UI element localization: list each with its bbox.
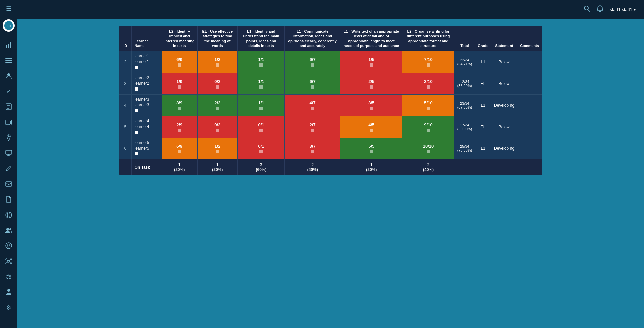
svg-point-22: [6, 228, 9, 231]
user-icon[interactable]: [4, 71, 13, 81]
cell-grade: L1: [475, 138, 491, 159]
cell-statement: Developing: [491, 138, 517, 159]
cell-col4: 2/7: [285, 116, 340, 138]
svg-point-25: [7, 245, 8, 245]
logo-icon[interactable]: ED: [3, 19, 15, 32]
cell-name: learner5learner5: [131, 138, 162, 159]
svg-point-24: [6, 243, 12, 249]
cell-statement: Below: [491, 73, 517, 94]
cell-col6: 2/10: [402, 73, 454, 94]
location-icon[interactable]: [4, 133, 13, 142]
cell-col3: 1/1: [237, 73, 284, 94]
cell-comments: [517, 94, 542, 116]
cell-grade: EL: [475, 73, 491, 94]
monitor-icon[interactable]: [4, 148, 13, 158]
video-icon[interactable]: [4, 118, 13, 127]
svg-rect-6: [5, 60, 12, 61]
footer-col2: 1 (20%): [197, 159, 237, 175]
group-icon[interactable]: [4, 226, 13, 235]
header-total: Total: [454, 26, 475, 51]
settings-icon[interactable]: ⚙: [4, 303, 13, 312]
footer-comments-empty: [517, 159, 542, 175]
cell-total: 22/34 (64.71%): [454, 51, 475, 73]
sidebar: ☰ ED ✓: [0, 0, 17, 328]
logo-area: ED: [3, 19, 15, 32]
svg-point-23: [9, 228, 11, 230]
cell-grade: L1: [475, 94, 491, 116]
notification-icon[interactable]: [597, 5, 603, 14]
network-icon[interactable]: [4, 256, 13, 266]
content-area: ID Learner Name L2 - Identify implicit a…: [17, 19, 644, 328]
grades-table: ID Learner Name L2 - Identify implicit a…: [119, 26, 542, 175]
footer-label: On Task: [131, 159, 162, 175]
table-row: 3learner2learner21/90/21/16/72/52/1012/3…: [119, 73, 542, 94]
svg-rect-9: [6, 104, 11, 110]
cell-col2: 0/2: [197, 116, 237, 138]
list-icon[interactable]: [4, 56, 13, 65]
hamburger-icon[interactable]: ☰: [4, 4, 13, 13]
file-icon[interactable]: [4, 195, 13, 204]
grades-table-container: ID Learner Name L2 - Identify implicit a…: [119, 26, 542, 175]
svg-rect-5: [5, 58, 12, 59]
svg-rect-7: [5, 62, 12, 63]
cell-col6: 10/10: [402, 138, 454, 159]
main-content: staff1 staff1 ▾ ID Learner Name L2 - Ide…: [17, 0, 644, 328]
cell-statement: Below: [491, 51, 517, 73]
table-row: 6learner5learner56/91/20/13/75/510/1025/…: [119, 138, 542, 159]
cell-col6: 5/10: [402, 94, 454, 116]
cell-col5: 2/5: [340, 73, 402, 94]
person2-icon[interactable]: [4, 287, 13, 297]
svg-point-26: [9, 245, 10, 245]
svg-point-29: [10, 259, 12, 260]
cell-col1: 6/9: [162, 51, 197, 73]
svg-point-8: [7, 73, 10, 76]
cell-col4: 4/7: [285, 94, 340, 116]
header-statement: Statement: [491, 26, 517, 51]
user-menu[interactable]: staff1 staff1 ▾: [610, 7, 636, 12]
cell-col1: 6/9: [162, 138, 197, 159]
header-col1: L2 - Identify implicit and inferred mean…: [162, 26, 197, 51]
svg-point-37: [584, 6, 588, 10]
search-icon[interactable]: [584, 5, 590, 14]
header-comments: Comments: [517, 26, 542, 51]
edit-icon[interactable]: [4, 164, 13, 173]
table-header-row: ID Learner Name L2 - Identify implicit a…: [119, 26, 542, 51]
cell-comments: [517, 73, 542, 94]
scale-icon[interactable]: ⚖: [4, 272, 13, 281]
svg-rect-15: [6, 150, 12, 154]
cell-col2: 1/2: [197, 51, 237, 73]
footer-col5: 1 (20%): [340, 159, 402, 175]
svg-line-38: [588, 10, 590, 12]
cell-col4: 6/7: [285, 73, 340, 94]
cell-col1: 1/9: [162, 73, 197, 94]
svg-rect-18: [6, 182, 12, 186]
cell-col5: 5/5: [340, 138, 402, 159]
cell-col3: 0/1: [237, 116, 284, 138]
analytics-icon[interactable]: [4, 40, 13, 50]
footer-total-empty: [454, 159, 475, 175]
svg-text:ED: ED: [7, 24, 11, 28]
globe-icon[interactable]: [4, 210, 13, 220]
svg-point-28: [6, 259, 7, 260]
footer-col3: 3 (60%): [237, 159, 284, 175]
svg-rect-13: [6, 120, 10, 125]
footer-row: On Task 1 (20%) 1 (20%) 3 (60%) 2 (40%) …: [119, 159, 542, 175]
cell-id: 4: [119, 94, 131, 116]
cell-total: 25/34 (73.53%): [454, 138, 475, 159]
table-row: 2learner1learner16/91/21/16/71/57/1022/3…: [119, 51, 542, 73]
svg-rect-3: [8, 44, 9, 48]
cell-name: learner3learner3: [131, 94, 162, 116]
svg-line-32: [7, 260, 8, 261]
document-icon[interactable]: [4, 102, 13, 111]
check-icon[interactable]: ✓: [4, 87, 13, 96]
cell-id: 2: [119, 51, 131, 73]
cell-statement: Developing: [491, 94, 517, 116]
svg-point-30: [6, 263, 7, 264]
header-col6: L2 - Organise writing for different purp…: [402, 26, 454, 51]
emoji-icon[interactable]: [4, 241, 13, 250]
user-label: staff1 staff1: [610, 7, 632, 12]
cell-name: learner4learner4: [131, 116, 162, 138]
table-row: 4learner3learner38/92/21/14/73/55/1023/3…: [119, 94, 542, 116]
cell-col2: 1/2: [197, 138, 237, 159]
mail-icon[interactable]: [4, 179, 13, 189]
